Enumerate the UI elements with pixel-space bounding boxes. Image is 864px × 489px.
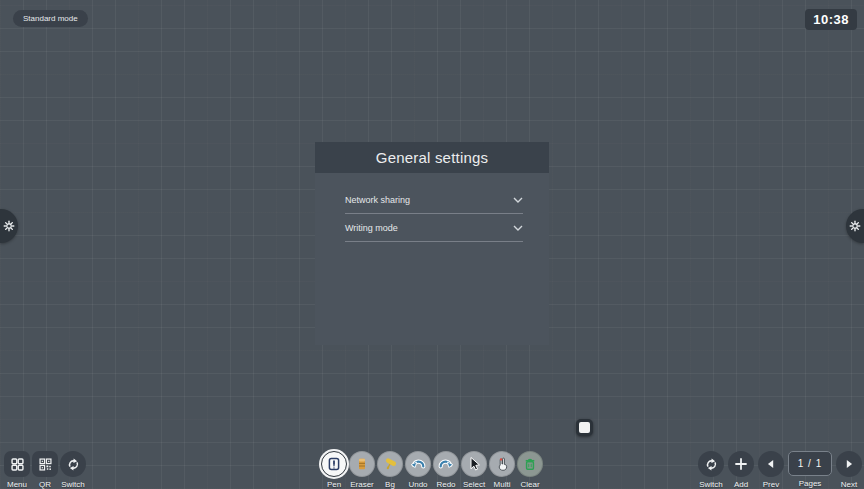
toolbar-center: Pen Eraser Bg [321,451,543,489]
prev-triangle-icon [764,457,778,471]
settings-row-writing-mode[interactable]: Writing mode [345,214,523,242]
chevron-down-icon[interactable] [513,197,523,203]
tool-label: Switch [61,480,85,489]
redo-button[interactable]: Redo [433,451,459,489]
floating-widget-handle[interactable] [576,419,593,436]
gear-icon [3,220,15,232]
clear-button[interactable]: Clear [517,451,543,489]
multi-button[interactable]: Multi [489,451,515,489]
pages-value: 1 / 1 [788,451,832,476]
switch-button-left[interactable]: Switch [60,451,86,489]
toolbar-left: Menu QR [4,451,86,489]
undo-arrow-icon [410,456,426,472]
gear-icon [849,220,861,232]
tool-label: QR [39,480,51,489]
tool-label: Multi [494,480,511,489]
trash-bin-icon [522,456,538,472]
bg-button[interactable]: Bg [377,451,403,489]
cursor-arrow-icon [466,456,482,472]
general-settings-panel: General settings Network sharing Writing… [315,142,549,345]
next-page-button[interactable]: Next [836,451,862,489]
whiteboard-app: { "status_bar": { "mode_button": "Standa… [0,0,864,489]
pages-indicator[interactable]: 1 / 1 Pages [788,451,832,489]
prev-page-button[interactable]: Prev [758,451,784,489]
tool-label: Switch [699,480,723,489]
redo-arrow-icon [438,456,454,472]
mode-button[interactable]: Standard mode [13,10,88,27]
tool-label: Add [734,480,748,489]
next-triangle-icon [842,457,856,471]
tool-label: Clear [520,480,539,489]
row-label: Network sharing [345,195,410,205]
qr-code-icon [38,457,53,472]
pen-icon [326,456,342,472]
tool-label: Pages [799,479,822,488]
right-settings-tab[interactable] [846,209,864,243]
menu-grid-icon [10,457,25,472]
paint-roller-icon [382,456,398,472]
settings-row-network-sharing[interactable]: Network sharing [345,186,523,214]
panel-title: General settings [315,142,549,173]
left-settings-tab[interactable] [0,209,18,243]
multi-touch-hand-icon [494,456,510,472]
row-label: Writing mode [345,223,398,233]
switch-button-right[interactable]: Switch [698,451,724,489]
tool-label: Select [463,480,485,489]
tool-label: Menu [7,480,27,489]
menu-button[interactable]: Menu [4,451,30,489]
clock: 10:38 [805,9,857,30]
tool-label: Undo [408,480,427,489]
switch-arrows-icon [704,457,719,472]
tool-label: Redo [436,480,455,489]
qr-button[interactable]: QR [32,451,58,489]
tool-label: Prev [763,480,779,489]
pen-button[interactable]: Pen [321,451,347,489]
tool-label: Next [841,480,857,489]
select-button[interactable]: Select [461,451,487,489]
tool-label: Bg [385,480,395,489]
undo-button[interactable]: Undo [405,451,431,489]
panel-body: Network sharing Writing mode [315,173,549,345]
toolbar-right: Switch Add Prev 1 / 1 Pages Next [698,451,862,489]
plus-icon [733,456,749,472]
tool-label: Pen [327,480,341,489]
eraser-button[interactable]: Eraser [349,451,375,489]
tool-label: Eraser [350,480,374,489]
eraser-icon [354,456,370,472]
add-page-button[interactable]: Add [728,451,754,489]
chevron-down-icon[interactable] [513,225,523,231]
switch-arrows-icon [66,457,81,472]
